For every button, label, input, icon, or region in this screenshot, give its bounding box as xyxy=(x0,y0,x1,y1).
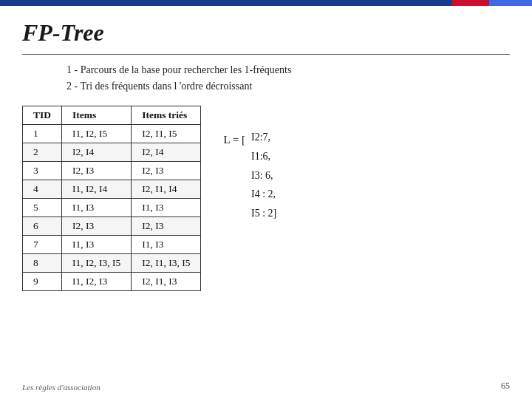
col-tid: TID xyxy=(23,106,62,124)
steps-container: 1 - Parcours de la base pour rechercher … xyxy=(66,62,510,95)
table-cell-4-0: 5 xyxy=(23,198,62,216)
main-content: TID Items Items triés 1I1, I2, I5I2, I1,… xyxy=(22,106,510,291)
table-cell-6-0: 7 xyxy=(23,235,62,253)
table-header-row: TID Items Items triés xyxy=(23,106,201,124)
table-cell-3-1: I1, I2, I4 xyxy=(62,180,132,198)
step-1: 1 - Parcours de la base pour rechercher … xyxy=(66,62,510,78)
divider xyxy=(22,54,510,55)
table-cell-1-1: I2, I4 xyxy=(62,143,132,161)
table-row: 5I1, I3I1, I3 xyxy=(23,198,201,216)
table-cell-8-0: 9 xyxy=(23,272,62,290)
table-row: 8I1, I2, I3, I5I2, I1, I3, I5 xyxy=(23,253,201,272)
page-title: FP-Tree xyxy=(22,19,510,47)
table-row: 9I1, I2, I3I2, I1, I3 xyxy=(23,272,201,290)
table-cell-0-1: I1, I2, I5 xyxy=(62,124,132,143)
data-table-container: TID Items Items triés 1I1, I2, I5I2, I1,… xyxy=(22,106,201,291)
legend-section: L = [ I2:7, I1:6, I3: 6, I4 : 2, I5 : 2] xyxy=(223,120,276,223)
legend-items-list: I2:7, I1:6, I3: 6, I4 : 2, I5 : 2] xyxy=(251,128,276,223)
table-cell-3-0: 4 xyxy=(23,180,62,198)
table-cell-3-2: I2, I1, I4 xyxy=(132,180,201,198)
table-cell-0-0: 1 xyxy=(23,124,62,143)
table-row: 1I1, I2, I5I2, I1, I5 xyxy=(23,124,201,143)
col-items-tries: Items triés xyxy=(132,106,201,124)
footer-note: Les règles d'association xyxy=(22,383,100,392)
table-row: 7I1, I3I1, I3 xyxy=(23,235,201,253)
table-row: 3I2, I3I2, I3 xyxy=(23,161,201,180)
top-color-bar xyxy=(0,0,532,6)
table-cell-7-2: I2, I1, I3, I5 xyxy=(132,253,201,272)
legend-item-2: I3: 6, xyxy=(251,166,276,185)
table-row: 2I2, I4I2, I4 xyxy=(23,143,201,161)
table-cell-4-2: I1, I3 xyxy=(132,198,201,216)
legend-bracket: L = [ I2:7, I1:6, I3: 6, I4 : 2, I5 : 2] xyxy=(223,128,276,223)
table-row: 4I1, I2, I4I2, I1, I4 xyxy=(23,180,201,198)
legend-item-4: I5 : 2] xyxy=(251,204,276,223)
table-cell-6-2: I1, I3 xyxy=(132,235,201,253)
table-cell-5-0: 6 xyxy=(23,216,62,235)
table-cell-1-0: 2 xyxy=(23,143,62,161)
table-cell-7-1: I1, I2, I3, I5 xyxy=(62,253,132,272)
table-cell-2-0: 3 xyxy=(23,161,62,180)
table-cell-6-1: I1, I3 xyxy=(62,235,132,253)
table-row: 6I2, I3I2, I3 xyxy=(23,216,201,235)
page-number: 65 xyxy=(501,381,510,392)
table-cell-7-0: 8 xyxy=(23,253,62,272)
legend-item-3: I4 : 2, xyxy=(251,185,276,204)
table-cell-0-2: I2, I1, I5 xyxy=(132,124,201,143)
table-cell-5-1: I2, I3 xyxy=(62,216,132,235)
table-cell-8-2: I2, I1, I3 xyxy=(132,272,201,290)
step-2: 2 - Tri des fréquents dans l 'ordre décr… xyxy=(66,78,510,95)
legend-item-0: I2:7, xyxy=(251,128,276,147)
col-items: Items xyxy=(62,106,132,124)
table-cell-1-2: I2, I4 xyxy=(132,143,201,161)
table-cell-2-2: I2, I3 xyxy=(132,161,201,180)
table-cell-8-1: I1, I2, I3 xyxy=(62,272,132,290)
legend-prefix: L = [ xyxy=(223,128,245,151)
fp-tree-table: TID Items Items triés 1I1, I2, I5I2, I1,… xyxy=(22,106,201,291)
table-cell-4-1: I1, I3 xyxy=(62,198,132,216)
table-cell-5-2: I2, I3 xyxy=(132,216,201,235)
legend-item-1: I1:6, xyxy=(251,147,276,166)
table-cell-2-1: I2, I3 xyxy=(62,161,132,180)
